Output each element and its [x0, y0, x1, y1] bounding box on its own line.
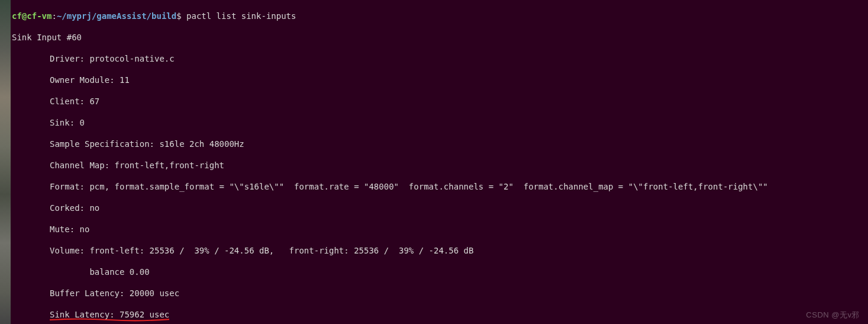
field-sink-latency: Sink Latency: 75962 usec: [12, 309, 868, 320]
field-mute: Mute: no: [12, 224, 868, 235]
field-buffer-latency: Buffer Latency: 20000 usec: [12, 288, 868, 299]
field-owner-module: Owner Module: 11: [12, 75, 868, 85]
field-volume-line2: balance 0.00: [12, 267, 868, 277]
field-driver: Driver: protocol-native.c: [12, 53, 868, 64]
field-client: Client: 67: [12, 96, 868, 107]
sink-latency-text: Sink Latency: 75962 usec: [50, 310, 169, 319]
field-corked: Corked: no: [12, 203, 868, 213]
terminal-output[interactable]: cf@cf-vm:~/myprj/gameAssist/build$ pactl…: [11, 0, 868, 324]
prompt-user-host: cf@cf-vm: [12, 11, 51, 21]
command-text: pactl list sink-inputs: [186, 11, 296, 21]
field-format: Format: pcm, format.sample_format = "\"s…: [12, 181, 868, 192]
field-sink: Sink: 0: [12, 117, 868, 128]
field-volume-line1: Volume: front-left: 25536 / 39% / -24.56…: [12, 245, 868, 256]
watermark-text: CSDN @无v邪: [806, 310, 860, 320]
field-sample-spec: Sample Specification: s16le 2ch 48000Hz: [12, 139, 868, 149]
desktop-background-strip: [0, 0, 11, 324]
prompt-path: ~/myprj/gameAssist/build: [57, 11, 176, 21]
prompt-line[interactable]: cf@cf-vm:~/myprj/gameAssist/build$ pactl…: [12, 11, 868, 21]
sink-input-header: Sink Input #60: [12, 32, 868, 43]
field-channel-map: Channel Map: front-left,front-right: [12, 160, 868, 171]
